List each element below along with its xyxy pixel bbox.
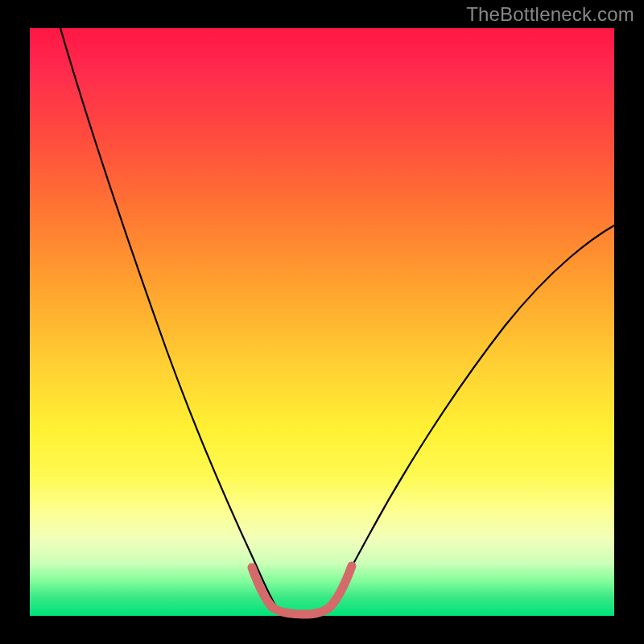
left-curve bbox=[60, 28, 278, 609]
right-curve bbox=[328, 225, 614, 609]
chart-frame: TheBottleneck.com bbox=[0, 0, 644, 644]
plot-area bbox=[30, 28, 614, 616]
chart-svg bbox=[30, 28, 614, 616]
watermark-label: TheBottleneck.com bbox=[466, 3, 634, 26]
